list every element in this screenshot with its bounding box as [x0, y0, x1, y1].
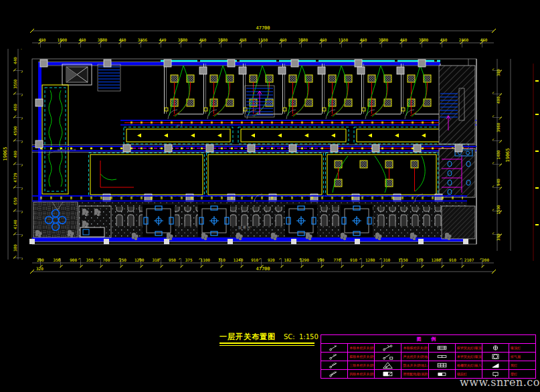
dimension-value: 770: [333, 258, 341, 262]
downlight-icon: [482, 361, 509, 370]
dimension-value: 3880: [419, 37, 429, 42]
grille-light-icon: [428, 361, 455, 370]
legend-label: 吸顶灯: [509, 344, 535, 353]
dimension-value: 3880: [98, 37, 108, 42]
dimension-value: 460: [199, 37, 207, 42]
right-dimension-total: 19065: [505, 59, 511, 251]
dimension-value: 700: [102, 258, 110, 262]
scale-value: 1:150: [299, 333, 319, 340]
fluorescent-double-icon: [428, 344, 455, 353]
dimension-value: 3560: [13, 79, 17, 89]
dimension-value: 458: [240, 37, 247, 42]
title-underline: [219, 342, 314, 344]
room-left-tall: [42, 85, 68, 194]
banquet-rooms: [89, 153, 438, 197]
corridor-bulkheads: [124, 127, 469, 144]
switch-2way-icon: [375, 344, 401, 353]
dimension-total: 47700: [256, 266, 270, 272]
legend-label: 声光控开关(距地2.4M): [401, 353, 428, 361]
dimension-value: 200: [37, 258, 44, 262]
dimension-value: 380: [13, 244, 17, 252]
dimension-value: 650: [13, 197, 17, 205]
legend-label: 防水开关(距地1.4M): [401, 361, 428, 370]
dimension-value: 1280: [365, 258, 375, 262]
title-underline-thin: [219, 345, 314, 346]
ceiling-lamp-icon: [482, 344, 509, 353]
mirror-light-icon: [428, 370, 455, 379]
dimension-value: 910: [350, 258, 357, 262]
dimension-value: 460: [320, 37, 327, 42]
dining-area-label: 就餐区: [238, 225, 252, 229]
dimension-value: 310: [383, 258, 390, 262]
dimension-value: 380: [496, 69, 501, 76]
staircase-top-left: [98, 64, 120, 91]
fluorescent-single-icon: [428, 353, 455, 361]
dimension-value: 460: [119, 37, 126, 42]
elevator: [62, 64, 92, 85]
dimension-value: 449: [159, 37, 167, 42]
corridor-upper: [120, 120, 476, 126]
dimension-value: 3960: [496, 122, 501, 132]
dimension-value: 3880: [298, 37, 308, 42]
lobby: [33, 202, 78, 237]
dimension-value: 900: [70, 258, 77, 262]
legend-label: 筒灯: [509, 361, 535, 370]
dimension-value: 440: [13, 57, 17, 64]
circuit-label: A2-1: [177, 124, 182, 127]
legend-label: 双管荧光灯(吸顶安装): [455, 344, 482, 353]
dimension-total: 47700: [256, 25, 270, 31]
switch-4gang-icon: [321, 370, 348, 379]
dimension-value: 1200: [134, 258, 145, 262]
dimension-value: 3880: [178, 37, 188, 42]
dimension-value: 310: [152, 258, 159, 262]
dimension-value: 3456: [138, 37, 148, 42]
switch-3gang-icon: [321, 361, 348, 370]
legend-label: 四联单控开关(距地1.4M): [348, 370, 375, 379]
title-block: 一层开关布置图 SC: 1:150: [219, 331, 320, 349]
legend-label: 照明配电箱(底距地1.5M): [401, 370, 428, 379]
dimension-value: 910: [449, 258, 456, 262]
dimension-value: 3880: [379, 37, 389, 42]
dimension-value: 1900: [58, 37, 68, 42]
drawing-title: 一层开关布置图: [219, 332, 276, 342]
legend-header: 图 例: [321, 335, 536, 344]
dimension-value: 910: [251, 258, 258, 262]
reception: [79, 206, 111, 237]
dimension-value: 460: [280, 37, 287, 42]
dimension-value: 940: [496, 179, 501, 186]
floor-plan: 就餐区 BV-3×2.5-PC16 A2-1: [29, 59, 476, 244]
corridor-lower: [32, 194, 467, 202]
left-dimension-total: 19065: [3, 49, 8, 260]
toilet-block: [439, 149, 475, 197]
sound-light-switch-icon: [375, 353, 401, 361]
dimension-value: 950: [169, 258, 176, 262]
right-dimension-row: 380400396014809401500390: [492, 59, 502, 251]
dimension-value: 460: [13, 104, 17, 111]
dimension-value: 4140: [13, 219, 17, 229]
staircase-middle: [245, 86, 274, 117]
legend-label: 排气扇: [509, 353, 535, 361]
exhaust-fan-icon: [482, 353, 509, 361]
dimension-value: 400: [496, 96, 501, 104]
dimension-value: 1150: [339, 37, 349, 42]
dimension-value: 2460: [459, 37, 469, 42]
dimension-value: 375: [185, 258, 193, 262]
legend-label: 单联单控开关(距地1.4M): [348, 344, 375, 353]
wire-spec-label: BV-3×2.5-PC16: [58, 149, 76, 151]
legend-label: 格栅荧光灯(嵌入安装): [455, 361, 482, 370]
dimension-total: 19065: [3, 146, 8, 161]
dimension-value: 1480: [496, 150, 501, 160]
dimension-value: 390: [496, 233, 501, 241]
dimension-value: 920: [268, 258, 275, 262]
legend-label: 三联单控开关(距地1.4M): [348, 361, 375, 370]
dimension-value: 310: [416, 258, 424, 262]
dimension-value: 3880: [218, 37, 228, 42]
dimension-value: 450: [440, 37, 448, 42]
switch-1gang-icon: [321, 344, 348, 353]
legend-label: 双联单控开关(距地1.4M): [348, 353, 375, 361]
switch-2gang-icon: [321, 353, 348, 361]
dimension-offset: 320: [36, 266, 43, 271]
dimension-value: 400: [13, 151, 17, 158]
dimension-value: 460: [79, 37, 86, 42]
dimension-value: 250: [119, 258, 126, 262]
